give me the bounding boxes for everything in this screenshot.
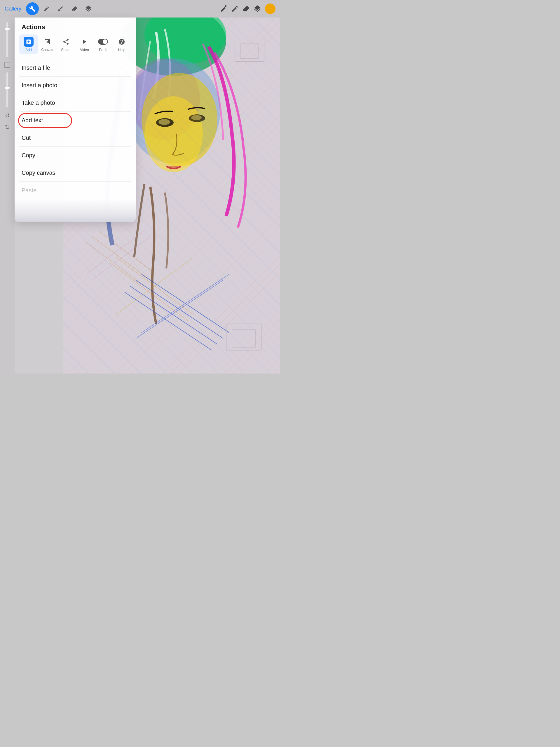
svg-line-24	[115, 257, 194, 315]
svg-point-1	[121, 18, 226, 76]
tab-prefs[interactable]: Prefs	[94, 34, 112, 54]
svg-line-21	[142, 274, 229, 333]
video-tab-label: Video	[80, 48, 89, 52]
menu-item-insert-file[interactable]: Insert a file	[15, 59, 136, 76]
svg-point-4	[130, 58, 200, 140]
toolbar-right	[220, 3, 276, 14]
brush-size-thumb	[5, 28, 10, 30]
svg-rect-28	[232, 330, 255, 347]
layers-button[interactable]	[82, 2, 95, 15]
svg-point-9	[158, 119, 170, 125]
color-picker[interactable]	[265, 3, 276, 14]
add-tab-label: Add	[25, 48, 31, 52]
tab-help[interactable]: Help	[112, 34, 131, 54]
svg-point-7	[156, 118, 174, 127]
tab-share[interactable]: Share	[57, 34, 75, 54]
draw-button[interactable]	[40, 2, 53, 15]
menu-item-cut[interactable]: Cut	[15, 129, 136, 147]
plus-icon	[26, 39, 31, 45]
actions-button[interactable]	[26, 2, 39, 15]
layers-tool-icon[interactable]	[253, 5, 261, 13]
svg-rect-26	[241, 44, 258, 58]
help-tab-label: Help	[118, 48, 126, 52]
svg-point-5	[142, 73, 218, 166]
svg-line-20	[136, 280, 223, 338]
svg-point-6	[145, 96, 203, 172]
smudge-button[interactable]	[54, 2, 67, 15]
wrench-icon	[29, 5, 35, 12]
svg-line-14	[92, 236, 150, 280]
actions-title: Actions	[15, 18, 136, 34]
tab-video[interactable]: Video	[75, 34, 94, 54]
menu-item-paste[interactable]: Paste	[15, 182, 136, 199]
panel-fade	[15, 199, 136, 222]
share-tab-label: Share	[61, 48, 71, 52]
svg-line-13	[86, 242, 145, 286]
svg-line-23	[109, 263, 188, 321]
svg-line-12	[98, 231, 156, 274]
help-icon	[118, 38, 125, 45]
svg-line-19	[124, 292, 211, 350]
svg-rect-27	[226, 324, 261, 350]
gallery-button[interactable]: Gallery	[5, 6, 21, 12]
erase-icon	[71, 5, 78, 12]
svg-line-11	[92, 236, 150, 280]
svg-point-2	[145, 18, 226, 64]
svg-line-16	[136, 280, 223, 338]
svg-line-15	[86, 231, 145, 274]
top-toolbar: Gallery	[0, 0, 280, 18]
menu-item-insert-photo[interactable]: Insert a photo	[15, 77, 136, 94]
menu-item-take-photo[interactable]: Take a photo	[15, 94, 136, 111]
left-sidebar: ↺ ↻	[0, 18, 15, 374]
opacity-thumb	[5, 87, 10, 89]
share-icon	[62, 38, 70, 45]
share-tab-icon	[61, 37, 71, 47]
actions-panel: Actions Add Canvas	[15, 18, 136, 222]
undo-button[interactable]: ↺	[5, 112, 10, 119]
help-tab-icon	[117, 37, 127, 47]
canvas-tab-icon	[42, 37, 52, 47]
svg-point-10	[191, 115, 202, 120]
svg-line-18	[130, 286, 218, 344]
video-tab-icon	[79, 37, 89, 47]
brush-size-slider[interactable]	[6, 22, 8, 57]
pen-tool-icon[interactable]	[220, 5, 228, 12]
svg-line-17	[142, 274, 229, 333]
toggle-icon	[98, 39, 108, 45]
svg-point-3	[127, 58, 220, 163]
canvas-icon	[44, 38, 51, 45]
menu-item-copy-canvas[interactable]: Copy canvas	[15, 164, 136, 181]
tab-add[interactable]: Add	[19, 34, 38, 54]
eraser-tool-icon[interactable]	[242, 5, 250, 12]
menu-item-add-text[interactable]: Add text	[15, 112, 136, 129]
opacity-slider[interactable]	[6, 72, 8, 107]
svg-rect-25	[235, 38, 264, 61]
menu-item-copy[interactable]: Copy	[15, 147, 136, 164]
redo-button[interactable]: ↻	[5, 124, 10, 131]
tab-canvas[interactable]: Canvas	[38, 34, 57, 54]
svg-point-8	[189, 114, 205, 122]
erase-button[interactable]	[68, 2, 81, 15]
action-tabs: Add Canvas Share	[15, 34, 136, 59]
prefs-tab-label: Prefs	[99, 48, 107, 52]
smudge-icon	[57, 5, 63, 12]
video-icon	[81, 38, 88, 45]
add-tab-icon	[24, 37, 33, 47]
ink-pen-icon[interactable]	[231, 5, 239, 12]
draw-icon	[43, 5, 50, 12]
canvas-tab-label: Canvas	[41, 48, 53, 52]
sidebar-checkbox[interactable]	[4, 62, 10, 68]
svg-line-22	[115, 257, 194, 315]
layers-icon	[85, 5, 92, 12]
prefs-tab-icon	[98, 37, 108, 47]
